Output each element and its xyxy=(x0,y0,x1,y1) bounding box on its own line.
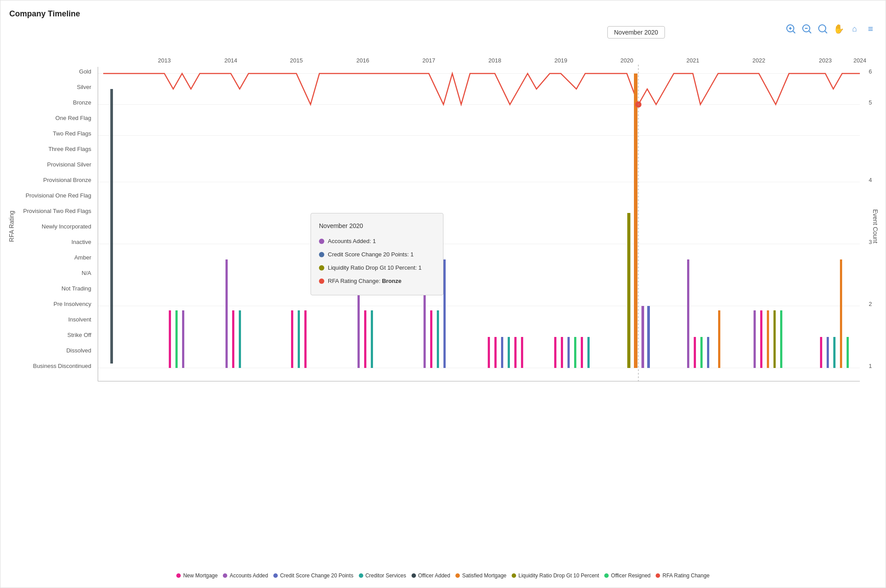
svg-text:RFA Rating: RFA Rating xyxy=(8,211,15,242)
svg-text:2020: 2020 xyxy=(621,57,633,64)
svg-rect-74 xyxy=(494,337,497,368)
legend-item: Liquidity Ratio Drop Gt 10 Percent xyxy=(512,573,599,579)
svg-rect-62 xyxy=(239,310,241,368)
svg-rect-72 xyxy=(443,259,446,368)
svg-rect-61 xyxy=(232,310,234,368)
svg-text:2023: 2023 xyxy=(819,57,832,64)
svg-rect-68 xyxy=(371,310,373,368)
svg-rect-60 xyxy=(225,259,228,368)
legend-item: Officer Added xyxy=(412,573,451,579)
svg-text:Pre Insolvency: Pre Insolvency xyxy=(54,301,92,307)
svg-rect-96 xyxy=(718,310,720,368)
svg-text:2014: 2014 xyxy=(225,57,237,64)
svg-text:Business Discontinued: Business Discontinued xyxy=(33,363,91,369)
svg-rect-78 xyxy=(521,337,523,368)
svg-rect-59 xyxy=(182,310,184,368)
svg-rect-75 xyxy=(501,337,503,368)
svg-text:Strike Off: Strike Off xyxy=(67,332,91,338)
svg-text:2024: 2024 xyxy=(854,57,867,64)
svg-rect-105 xyxy=(840,259,842,368)
legend-color-dot xyxy=(604,573,609,578)
svg-rect-92 xyxy=(694,337,696,368)
legend-label: Credit Score Change 20 Points xyxy=(280,573,353,579)
legend-color-dot xyxy=(512,573,516,578)
svg-rect-70 xyxy=(430,310,432,368)
svg-rect-57 xyxy=(169,310,171,368)
svg-text:3: 3 xyxy=(869,239,872,245)
svg-rect-64 xyxy=(298,310,300,368)
svg-text:Inactive: Inactive xyxy=(71,239,91,245)
svg-text:2022: 2022 xyxy=(753,57,766,64)
legend-color-dot xyxy=(656,573,660,578)
tooltip-xaxis-label: November 2020 xyxy=(607,26,665,39)
svg-text:One Red Flag: One Red Flag xyxy=(55,115,91,121)
svg-rect-65 xyxy=(304,310,307,368)
svg-text:Insolvent: Insolvent xyxy=(68,316,91,323)
svg-text:2015: 2015 xyxy=(290,57,303,64)
tooltip: November 2020 Accounts Added: 1Credit Sc… xyxy=(311,213,443,295)
svg-text:Provisional Two Red Flags: Provisional Two Red Flags xyxy=(23,208,91,214)
legend-item: Satisfied Mortgage xyxy=(455,573,506,579)
tooltip-item: RFA Rating Change: Bronze xyxy=(319,275,435,287)
svg-text:Newly Incorporated: Newly Incorporated xyxy=(42,223,91,230)
legend-item: New Mortgage xyxy=(176,573,218,579)
chart-title: Company Timeline xyxy=(9,9,80,19)
svg-text:2021: 2021 xyxy=(687,57,699,64)
legend-item: Accounts Added xyxy=(223,573,268,579)
svg-rect-82 xyxy=(574,337,576,368)
svg-text:5: 5 xyxy=(869,99,872,106)
svg-text:Provisional Silver: Provisional Silver xyxy=(47,161,91,168)
svg-text:Amber: Amber xyxy=(74,254,92,261)
svg-rect-71 xyxy=(437,310,439,368)
svg-rect-97 xyxy=(754,310,756,368)
legend-item: Credit Score Change 20 Points xyxy=(273,573,353,579)
svg-text:Event Count: Event Count xyxy=(872,209,879,243)
svg-rect-86 xyxy=(634,74,637,368)
svg-rect-67 xyxy=(364,310,366,368)
svg-text:Provisional One Red Flag: Provisional One Red Flag xyxy=(26,192,91,199)
svg-rect-73 xyxy=(488,337,490,368)
svg-rect-100 xyxy=(773,310,776,368)
svg-rect-77 xyxy=(514,337,517,368)
legend-label: Satisfied Mortgage xyxy=(462,573,506,579)
tooltip-title: November 2020 xyxy=(319,220,435,232)
svg-text:Silver: Silver xyxy=(77,84,91,90)
svg-text:4: 4 xyxy=(869,177,872,183)
svg-rect-56 xyxy=(110,89,113,364)
legend-color-dot xyxy=(455,573,460,578)
svg-text:2018: 2018 xyxy=(489,57,501,64)
tooltip-item: Accounts Added: 1 xyxy=(319,236,435,247)
svg-rect-98 xyxy=(760,310,762,368)
legend-label: Officer Added xyxy=(418,573,451,579)
tooltip-item: Credit Score Change 20 Points: 1 xyxy=(319,249,435,260)
svg-rect-102 xyxy=(820,337,822,368)
svg-text:2: 2 xyxy=(869,301,872,307)
legend: New MortgageAccounts AddedCredit Score C… xyxy=(66,573,820,579)
legend-color-dot xyxy=(176,573,181,578)
svg-rect-84 xyxy=(587,337,590,368)
tooltip-item: Liquidity Ratio Drop Gt 10 Percent: 1 xyxy=(319,262,435,274)
svg-rect-95 xyxy=(687,259,689,368)
svg-rect-79 xyxy=(554,337,556,368)
svg-text:Provisional Bronze: Provisional Bronze xyxy=(43,177,91,183)
svg-text:6: 6 xyxy=(869,68,872,75)
legend-color-dot xyxy=(359,573,363,578)
svg-rect-83 xyxy=(581,337,583,368)
legend-label: Creditor Services xyxy=(365,573,406,579)
svg-text:2017: 2017 xyxy=(423,57,435,64)
svg-text:Not Trading: Not Trading xyxy=(62,285,91,292)
chart-container: Company Timeline ✋ ⌂ ≡ Gold Silver Bronz… xyxy=(0,0,886,588)
svg-rect-58 xyxy=(175,310,178,368)
svg-rect-63 xyxy=(291,310,293,368)
svg-text:2016: 2016 xyxy=(357,57,369,64)
tooltip-items: Accounts Added: 1Credit Score Change 20 … xyxy=(319,236,435,287)
svg-rect-88 xyxy=(647,306,650,368)
legend-color-dot xyxy=(223,573,227,578)
legend-label: Accounts Added xyxy=(229,573,268,579)
svg-text:1: 1 xyxy=(869,363,872,369)
svg-text:2013: 2013 xyxy=(158,57,171,64)
svg-rect-101 xyxy=(780,310,782,368)
svg-text:N/A: N/A xyxy=(82,270,91,276)
legend-color-dot xyxy=(412,573,416,578)
svg-rect-106 xyxy=(847,337,849,368)
